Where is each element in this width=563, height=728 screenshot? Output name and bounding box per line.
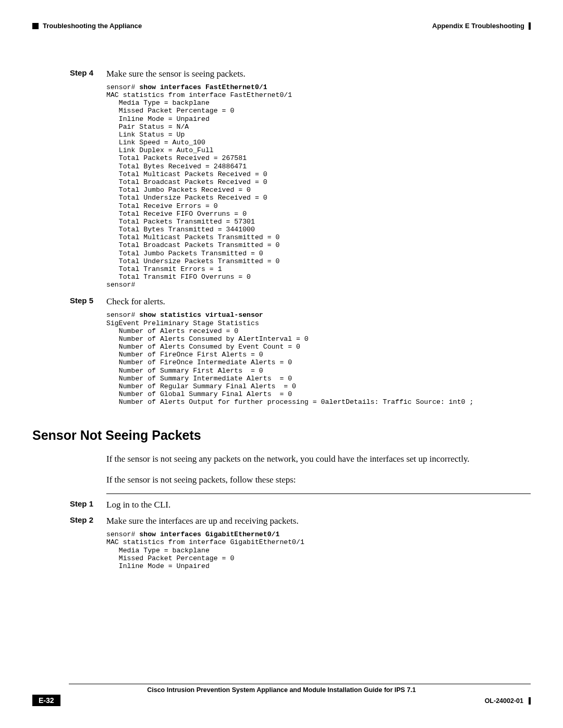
step-5-row: Step 5 Check for alerts. bbox=[32, 296, 531, 308]
step2b-cmd-bold: show interfaces GigabitEthernet0/1 bbox=[139, 530, 279, 538]
section-p1: If the sensor is not seeing any packets … bbox=[32, 452, 531, 466]
section-p2: If the sensor is not seeing packets, fol… bbox=[32, 473, 531, 487]
step-1b-text: Log in to the CLI. bbox=[106, 499, 170, 511]
step5-output: SigEvent Preliminary Stage Statistics Nu… bbox=[106, 319, 473, 406]
step2b-cmd-prefix: sensor# bbox=[106, 530, 139, 538]
footer-rule bbox=[69, 684, 531, 684]
step-2b-row: Step 2 Make sure the interfaces are up a… bbox=[32, 515, 531, 527]
step4-cmd-prefix: sensor# bbox=[106, 83, 139, 91]
step-5-label: Step 5 bbox=[32, 296, 106, 305]
footer-title: Cisco Intrusion Prevention System Applia… bbox=[32, 686, 531, 694]
step-2b-label: Step 2 bbox=[32, 515, 106, 524]
header-appendix: Appendix E Troubleshooting bbox=[432, 22, 524, 30]
step-2b-code: sensor# show interfaces GigabitEthernet0… bbox=[32, 530, 531, 570]
page-number-badge: E-32 bbox=[32, 695, 60, 706]
step5-cmd-bold: show statistics virtual-sensor bbox=[139, 311, 263, 319]
footer-doc-number: OL-24002-01 bbox=[485, 697, 523, 705]
step5-cmd-prefix: sensor# bbox=[106, 311, 139, 319]
page-header: Troubleshooting the Appliance Appendix E… bbox=[32, 22, 531, 30]
horizontal-rule bbox=[106, 493, 531, 494]
step-5-text: Check for alerts. bbox=[106, 296, 165, 308]
step-4-code: sensor# show interfaces FastEthernet0/1 … bbox=[32, 83, 531, 289]
header-tick-icon bbox=[529, 22, 531, 30]
step-4-text: Make sure the sensor is seeing packets. bbox=[106, 68, 246, 80]
header-bullet-icon bbox=[32, 23, 39, 29]
section-heading: Sensor Not Seeing Packets bbox=[32, 428, 531, 443]
step4-output: MAC statistics from interface FastEthern… bbox=[106, 91, 292, 289]
step4-cmd-bold: show interfaces FastEthernet0/1 bbox=[139, 83, 267, 91]
step-5-code: sensor# show statistics virtual-sensor S… bbox=[32, 311, 531, 406]
step-4-label: Step 4 bbox=[32, 68, 106, 77]
step2b-output: MAC statistics from interface GigabitEth… bbox=[106, 538, 304, 570]
step-1b-row: Step 1 Log in to the CLI. bbox=[32, 499, 531, 511]
footer-tick-icon bbox=[529, 697, 531, 705]
step-2b-text: Make sure the interfaces are up and rece… bbox=[106, 515, 299, 527]
header-section: Troubleshooting the Appliance bbox=[43, 22, 142, 30]
step-4-row: Step 4 Make sure the sensor is seeing pa… bbox=[32, 68, 531, 80]
step-1b-label: Step 1 bbox=[32, 499, 106, 508]
page-footer: Cisco Intrusion Prevention System Applia… bbox=[32, 684, 531, 706]
